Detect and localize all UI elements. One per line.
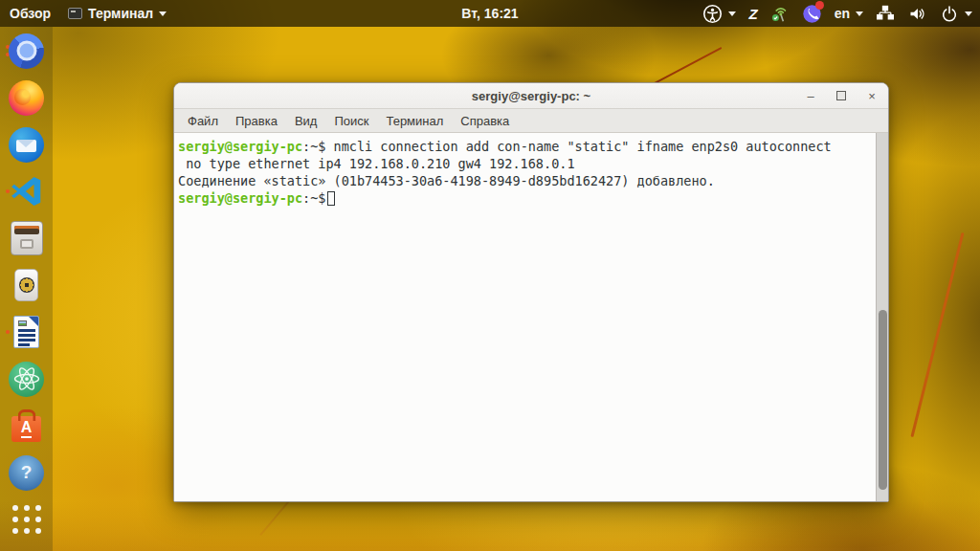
speaker-app-icon [14, 269, 38, 301]
libreoffice-writer-icon [13, 316, 39, 348]
close-button[interactable]: × [865, 90, 879, 102]
accessibility-menu[interactable] [702, 4, 736, 24]
zoom-app-icon: Z [748, 6, 757, 22]
dock-item-software-store[interactable]: A [5, 408, 49, 444]
menu-bar: Файл Правка Вид Поиск Терминал Справка [174, 109, 888, 133]
power-menu[interactable] [940, 4, 972, 23]
menu-search[interactable]: Поиск [326, 112, 376, 130]
viber-indicator[interactable] [802, 4, 822, 24]
show-applications-icon [12, 505, 41, 534]
power-icon [940, 4, 959, 23]
dock-item-libreoffice-writer[interactable] [5, 314, 49, 350]
app-menu-label: Терминал [88, 6, 153, 21]
volume-icon [907, 4, 927, 24]
chevron-down-icon [965, 11, 972, 16]
dock-item-help[interactable]: ? [5, 454, 49, 491]
terminal-line-4: sergiy@sergiy-pc:~$ [178, 189, 873, 207]
running-indicator [6, 189, 10, 193]
chevron-down-icon [159, 11, 167, 16]
show-applications-button[interactable] [5, 501, 49, 538]
app-menu-terminal[interactable]: Терминал [68, 6, 167, 21]
volume-indicator[interactable] [907, 4, 927, 24]
dock-item-chromium[interactable] [5, 33, 49, 69]
dock-item-speaker-app[interactable] [5, 267, 49, 303]
network-signal-icon [770, 4, 790, 23]
vscode-icon [10, 174, 44, 209]
dock-item-file-cabinet[interactable] [5, 220, 49, 256]
chromium-icon [9, 33, 44, 69]
maximize-button[interactable] [836, 91, 846, 100]
terminal-window: sergiy@sergiy-pc: ~ – × Файл Правка Вид … [173, 82, 889, 502]
terminal-cursor [327, 191, 335, 206]
dock-item-atom[interactable] [5, 361, 49, 397]
language-label: en [835, 6, 850, 21]
menu-terminal[interactable]: Терминал [378, 112, 451, 130]
activities-button[interactable]: Обзор [10, 6, 51, 21]
running-indicator [6, 330, 10, 334]
chevron-down-icon [856, 11, 863, 16]
chevron-down-icon [728, 11, 736, 16]
help-icon: ? [9, 455, 44, 491]
notification-badge [815, 1, 824, 10]
software-store-icon: A [11, 416, 41, 442]
menu-help[interactable]: Справка [453, 112, 517, 130]
menu-view[interactable]: Вид [287, 112, 325, 130]
network-signal-indicator[interactable] [770, 4, 790, 23]
dock: A ? [0, 27, 53, 551]
atom-icon [9, 362, 44, 397]
scrollbar-thumb[interactable] [879, 310, 887, 491]
wired-network-indicator[interactable] [876, 4, 895, 23]
minimize-button[interactable]: – [804, 90, 817, 102]
menu-edit[interactable]: Правка [228, 112, 285, 130]
zoom-app-indicator[interactable]: Z [748, 6, 757, 22]
firefox-icon [9, 80, 44, 116]
dock-item-firefox[interactable] [5, 79, 49, 116]
window-title: sergiy@sergiy-pc: ~ [174, 89, 888, 103]
top-bar: Обзор Терминал Вт, 16:21 Z [0, 0, 980, 27]
accessibility-icon [702, 4, 723, 24]
scrollbar[interactable] [876, 133, 888, 501]
terminal-screen[interactable]: sergiy@sergiy-pc:~$ nmcli connection add… [174, 133, 888, 501]
thunderbird-icon [9, 127, 44, 163]
wired-network-icon [876, 4, 895, 23]
terminal-line-1: sergiy@sergiy-pc:~$ nmcli connection add… [178, 138, 873, 155]
window-titlebar[interactable]: sergiy@sergiy-pc: ~ – × [174, 83, 888, 109]
file-cabinet-icon [11, 221, 43, 255]
language-indicator[interactable]: en [835, 6, 863, 21]
terminal-line-3: Соединение «static» (01b74453-30a6-4198-… [178, 172, 873, 189]
terminal-line-2: no type ethernet ip4 192.168.0.210 gw4 1… [178, 155, 873, 172]
terminal-icon [68, 8, 82, 19]
menu-file[interactable]: Файл [180, 112, 226, 130]
dock-item-thunderbird[interactable] [5, 126, 49, 163]
wallpaper-leaf-vein [910, 232, 964, 437]
dock-item-vscode[interactable] [5, 173, 49, 209]
